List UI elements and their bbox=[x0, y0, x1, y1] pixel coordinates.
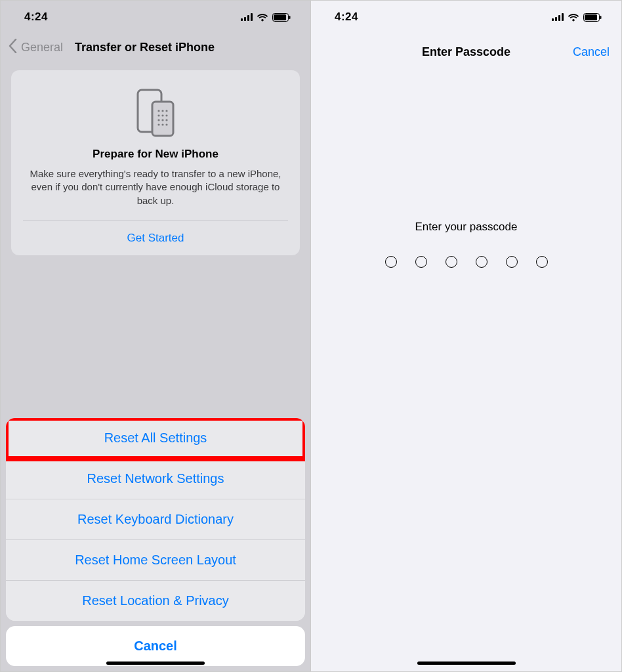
devices-icon bbox=[23, 86, 288, 138]
reset-network-settings-button[interactable]: Reset Network Settings bbox=[6, 459, 305, 499]
nav-bar: General Transfer or Reset iPhone bbox=[1, 33, 310, 64]
home-indicator[interactable] bbox=[106, 662, 205, 665]
phone-screen-settings: 4:24 General Transfer or Reset iPhone bbox=[1, 1, 311, 671]
svg-point-13 bbox=[165, 119, 167, 121]
cancel-button[interactable]: Cancel bbox=[573, 45, 610, 59]
wifi-icon bbox=[568, 13, 579, 22]
battery-icon bbox=[583, 13, 602, 22]
status-indicators bbox=[552, 13, 602, 22]
passcode-dot bbox=[476, 256, 487, 268]
svg-point-5 bbox=[157, 110, 159, 112]
passcode-dot bbox=[446, 256, 457, 268]
page-title: Enter Passcode bbox=[422, 45, 510, 59]
svg-point-6 bbox=[161, 110, 163, 112]
passcode-dot bbox=[536, 256, 548, 268]
svg-rect-2 bbox=[289, 16, 291, 19]
back-chevron-icon[interactable] bbox=[9, 39, 17, 56]
svg-point-12 bbox=[161, 119, 163, 121]
svg-point-11 bbox=[157, 119, 159, 121]
svg-point-14 bbox=[157, 123, 159, 125]
back-button-label[interactable]: General bbox=[21, 41, 63, 54]
svg-point-10 bbox=[165, 114, 167, 116]
passcode-dot bbox=[506, 256, 518, 268]
page-title: Transfer or Reset iPhone bbox=[75, 41, 215, 54]
status-time: 4:24 bbox=[24, 10, 48, 24]
svg-point-8 bbox=[157, 114, 159, 116]
cellular-signal-icon bbox=[241, 13, 253, 21]
phone-screen-passcode: 4:24 Enter Passcode Cancel Enter your pa… bbox=[311, 1, 621, 671]
svg-rect-4 bbox=[152, 102, 173, 136]
passcode-dot bbox=[385, 256, 397, 268]
reset-all-settings-button[interactable]: Reset All Settings bbox=[6, 418, 305, 459]
svg-point-7 bbox=[165, 110, 167, 112]
home-indicator[interactable] bbox=[417, 662, 516, 665]
status-bar: 4:24 bbox=[1, 1, 310, 33]
svg-rect-1 bbox=[274, 14, 286, 20]
prepare-card: Prepare for New iPhone Make sure everyth… bbox=[11, 70, 300, 255]
passcode-dots[interactable] bbox=[311, 256, 621, 268]
svg-point-15 bbox=[161, 123, 163, 125]
wifi-icon bbox=[257, 13, 268, 22]
passcode-dot bbox=[415, 256, 427, 268]
status-time: 4:24 bbox=[335, 10, 358, 24]
card-title: Prepare for New iPhone bbox=[23, 148, 288, 161]
status-bar: 4:24 bbox=[311, 1, 621, 33]
nav-bar: Enter Passcode Cancel bbox=[311, 33, 621, 70]
action-sheet-group: Reset All Settings Reset Network Setting… bbox=[6, 418, 305, 621]
reset-location-privacy-button[interactable]: Reset Location & Privacy bbox=[6, 581, 305, 621]
action-sheet: Reset All Settings Reset Network Setting… bbox=[1, 418, 310, 671]
reset-keyboard-dictionary-button[interactable]: Reset Keyboard Dictionary bbox=[6, 499, 305, 540]
passcode-area: Enter your passcode bbox=[311, 220, 621, 268]
card-body: Make sure everything's ready to transfer… bbox=[23, 167, 288, 207]
reset-home-screen-layout-button[interactable]: Reset Home Screen Layout bbox=[6, 540, 305, 581]
svg-rect-19 bbox=[600, 16, 602, 19]
battery-icon bbox=[272, 13, 291, 22]
svg-rect-18 bbox=[585, 14, 597, 20]
action-sheet-cancel-button[interactable]: Cancel bbox=[6, 626, 305, 666]
svg-point-16 bbox=[165, 123, 167, 125]
status-indicators bbox=[241, 13, 291, 22]
svg-point-9 bbox=[161, 114, 163, 116]
cellular-signal-icon bbox=[552, 13, 564, 21]
get-started-link[interactable]: Get Started bbox=[23, 221, 288, 255]
passcode-prompt: Enter your passcode bbox=[311, 220, 621, 234]
